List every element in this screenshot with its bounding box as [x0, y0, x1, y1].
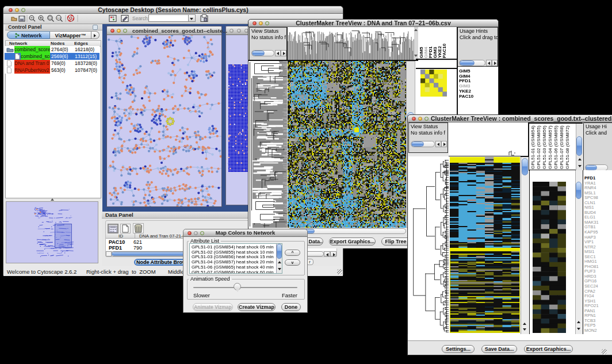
svg-text:1:1: 1:1 — [57, 17, 60, 20]
svg-text:Search:: Search: — [132, 16, 149, 21]
